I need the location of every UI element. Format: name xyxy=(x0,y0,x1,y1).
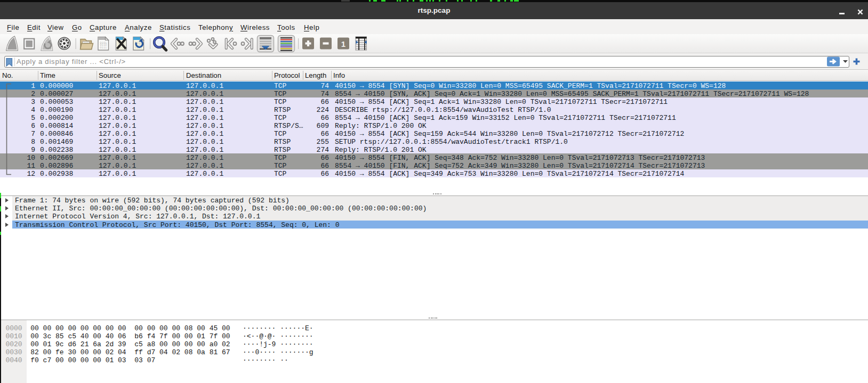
svg-text:1: 1 xyxy=(341,39,345,48)
svg-text:0111: 0111 xyxy=(100,46,107,50)
